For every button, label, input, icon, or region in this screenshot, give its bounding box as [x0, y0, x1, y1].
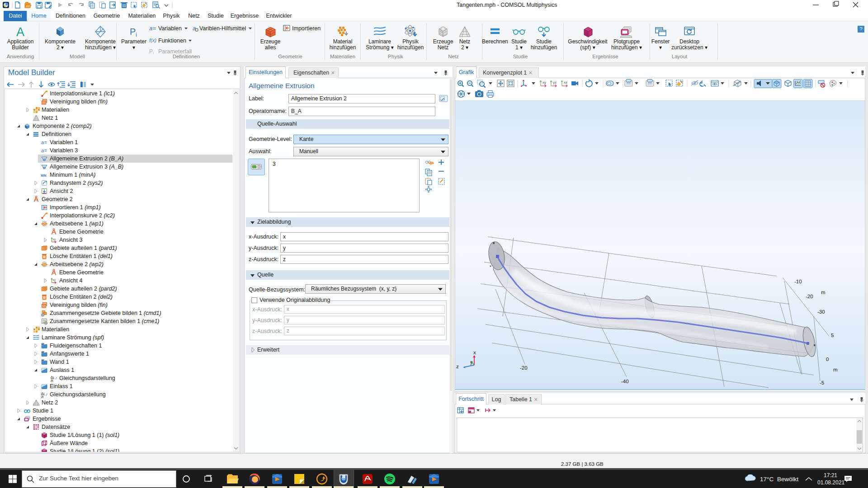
svg-text:5: 5 [831, 333, 834, 338]
svg-text:-20: -20 [520, 365, 528, 371]
svg-text:xy: xy [542, 80, 546, 84]
svg-text:xy: xy [53, 278, 56, 282]
svg-text:P: P [130, 27, 136, 37]
svg-text:∂t: ∂t [51, 379, 53, 382]
svg-text:∂u: ∂u [41, 392, 44, 395]
svg-text:a: a [41, 148, 44, 153]
svg-text:yz: yz [553, 80, 557, 84]
svg-text:∂u: ∂u [51, 375, 54, 379]
svg-text:y: y [470, 360, 472, 365]
svg-text:-30: -30 [817, 309, 825, 314]
svg-text:m: m [821, 290, 826, 295]
svg-text:Importieren: Importieren [292, 25, 321, 32]
svg-text:0: 0 [826, 357, 829, 362]
svg-text:Parameterfall: Parameterfall [158, 48, 192, 55]
svg-text:-20: -20 [806, 294, 813, 299]
svg-text:a=: a= [149, 25, 156, 32]
svg-text:-10: -10 [794, 279, 802, 284]
svg-text:-5: -5 [820, 380, 824, 385]
svg-text:i: i [153, 51, 154, 55]
svg-text:a: a [41, 140, 44, 145]
svg-text:Funktionen: Funktionen [158, 38, 186, 44]
svg-text:MIN: MIN [41, 174, 47, 177]
svg-text:f(x): f(x) [149, 38, 156, 43]
svg-text:=: = [44, 148, 47, 153]
svg-text:xy: xy [53, 238, 56, 241]
svg-text:-f: -f [45, 393, 47, 397]
svg-text:A: A [16, 25, 24, 38]
svg-text:-f: -f [55, 376, 57, 380]
svg-text:Variablen: Variablen [158, 25, 182, 32]
svg-text:-40: -40 [621, 379, 629, 384]
svg-text:Variblen-Hilfsmittel: Variblen-Hilfsmittel [199, 25, 246, 32]
svg-text:x: x [473, 350, 476, 355]
svg-text:∂t: ∂t [41, 395, 43, 399]
svg-text:m: m [833, 367, 838, 372]
svg-text:=: = [44, 140, 47, 145]
svg-text:z: z [456, 364, 459, 369]
svg-text:i: i [136, 31, 137, 38]
svg-text:xz: xz [564, 80, 567, 84]
svg-text:P: P [149, 48, 153, 55]
